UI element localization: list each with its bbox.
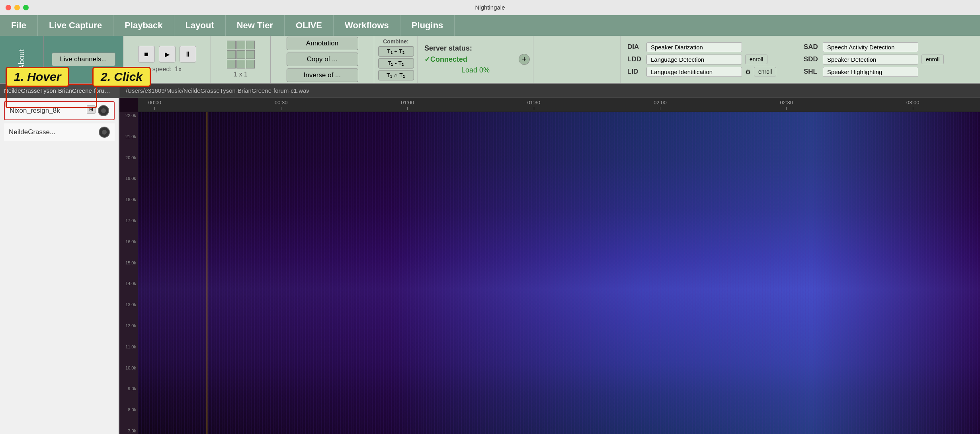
plugin-shl-row: SHL Speaker Highlighting — [804, 67, 974, 77]
ruler-tick-1m30s: 01:30 — [534, 107, 534, 110]
click-instruction: 2. Click — [92, 67, 151, 87]
play-button[interactable]: ▶ — [159, 46, 176, 63]
left-sidebar: Nixon_resign_8k ⊞ NeildeGrasse... — [0, 98, 119, 434]
ldd-abbr: LDD — [627, 55, 643, 63]
playback-controls: ■ ▶ ⏸ — [138, 46, 196, 63]
lid-abbr: LID — [627, 68, 643, 76]
t1-intersect-t2-button[interactable]: T₁ ∩ T₂ — [378, 70, 414, 80]
menu-workflows[interactable]: Workflows — [334, 15, 400, 36]
menu-file[interactable]: File — [0, 15, 38, 36]
neildc-track-item[interactable]: NeildeGrasse... — [4, 123, 115, 141]
nixon-record-button[interactable] — [98, 105, 109, 116]
speed-control: speed: 1x — [152, 66, 182, 73]
shl-abbr: SHL — [804, 68, 820, 76]
copy-of-button[interactable]: Copy of ... — [287, 53, 358, 66]
lid-button[interactable]: Language Identification — [646, 67, 742, 77]
nixon-track-icons: ⊞ — [87, 105, 109, 116]
menubar: File Live Capture Playback Layout New Ti… — [0, 15, 980, 36]
y-label-20k: 20.0k — [119, 155, 138, 160]
y-label-12k: 12.0k — [119, 323, 138, 328]
y-label-7k: 7.0k — [119, 428, 138, 433]
y-label-21k: 21.0k — [119, 134, 138, 139]
toolbar-newtier-section: Annotation Copy of ... Inverse of ... — [271, 36, 374, 83]
y-label-9k: 9.0k — [119, 386, 138, 391]
olive-add-button[interactable]: + — [519, 54, 530, 65]
maximize-button[interactable] — [23, 5, 29, 10]
waveform-visual — [138, 112, 980, 434]
y-label-14k: 14.0k — [119, 281, 138, 286]
y-label-22k: 22.0k — [119, 113, 138, 118]
pause-button[interactable]: ⏸ — [180, 46, 196, 63]
toolbar-layout-section: 1 x 1 — [211, 36, 271, 83]
y-label-17k: 17.0k — [119, 218, 138, 223]
sad-button[interactable]: Speech Activity Detection — [823, 42, 918, 52]
toolbar-workflows-section — [533, 36, 621, 83]
ldd-enroll-button[interactable]: enroll — [745, 55, 767, 64]
track-filename: NeildeGrasseTyson-BrianGreene-forum-c1 — [4, 87, 115, 94]
toolbar-plugins-section: DIA Speaker Diarization LDD Language Det… — [621, 36, 980, 83]
menu-playback[interactable]: Playback — [113, 15, 174, 36]
main-content: Nixon_resign_8k ⊞ NeildeGrasse... — [0, 98, 980, 434]
connection-status: ✓Connected — [424, 55, 527, 64]
dia-button[interactable]: Speaker Diarization — [646, 42, 742, 52]
y-label-16k: 16.0k — [119, 239, 138, 244]
ruler-tick-1m: 01:00 — [407, 107, 408, 110]
y-label-19k: 19.0k — [119, 176, 138, 181]
plugins-right-column: SAD Speech Activity Detection SDD Speake… — [804, 42, 974, 77]
titlebar: Nightingale — [0, 0, 980, 15]
shl-button[interactable]: Speaker Highlighting — [823, 67, 918, 77]
y-label-13k: 13.0k — [119, 302, 138, 307]
record-dot-icon — [101, 108, 106, 113]
ruler-tick-3m: 03:00 — [913, 107, 913, 110]
y-label-18k: 18.0k — [119, 197, 138, 202]
inverse-of-button[interactable]: Inverse of ... — [287, 68, 358, 82]
combine-label: Combine: — [383, 38, 409, 45]
ruler-tick-2m30s: 02:30 — [786, 107, 787, 110]
ruler-tick-2m: 02:00 — [660, 107, 660, 110]
lid-enroll-button[interactable]: enroll — [754, 67, 776, 76]
nixon-grid-icon[interactable]: ⊞ — [87, 105, 96, 114]
t1-minus-t2-button[interactable]: T₁ - T₂ — [378, 58, 414, 68]
minimize-button[interactable] — [14, 5, 20, 10]
plugin-sdd-row: SDD Speaker Detection enroll — [804, 55, 974, 65]
annotation-button[interactable]: Annotation — [287, 37, 358, 50]
neildc-track-icons — [99, 127, 110, 138]
sdd-button[interactable]: Speaker Detection — [823, 55, 918, 65]
menu-layout[interactable]: Layout — [174, 15, 226, 36]
waveform-container[interactable]: 00:00 00:30 01:00 01:30 02:00 02:30 — [119, 98, 980, 434]
sdd-enroll-button[interactable]: enroll — [921, 55, 944, 64]
y-label-8k: 8.0k — [119, 407, 138, 412]
track-filepath: /Users/e31609/Music/NeildeGrasseTyson-Br… — [119, 87, 309, 94]
nixon-track-label: Nixon_resign_8k — [10, 107, 60, 115]
t1-plus-t2-button[interactable]: T₁ + T₂ — [378, 46, 414, 57]
plugin-dia-row: DIA Speaker Diarization — [627, 42, 797, 52]
sdd-abbr: SDD — [804, 55, 820, 63]
plugin-lid-row: LID Language Identification ⚙ enroll — [627, 67, 797, 77]
neildc-track-label: NeildeGrasse... — [9, 128, 55, 136]
menu-plugins[interactable]: Plugins — [400, 15, 455, 36]
menu-olive[interactable]: OLIVE — [285, 15, 334, 36]
layout-grid[interactable] — [227, 41, 255, 68]
ldd-button[interactable]: Language Detection — [646, 55, 742, 65]
playhead — [207, 112, 207, 434]
close-button[interactable] — [6, 5, 11, 10]
y-axis: 22.0k 21.0k 20.0k 19.0k 18.0k 17.0k 16.0… — [119, 112, 138, 434]
neildc-record-dot-icon — [102, 130, 107, 135]
window-controls — [6, 5, 29, 10]
toolbar-olive-section: Server status: + ✓Connected Load 0% — [418, 36, 533, 83]
stop-button[interactable]: ■ — [138, 46, 155, 63]
waveform-ruler: 00:00 00:30 01:00 01:30 02:00 02:30 — [138, 98, 980, 112]
neildc-record-button[interactable] — [99, 127, 110, 138]
ruler-tick-30s: 00:30 — [281, 107, 281, 110]
dia-abbr: DIA — [627, 43, 643, 51]
menu-newtier[interactable]: New Tier — [226, 15, 285, 36]
y-label-15k: 15.0k — [119, 260, 138, 265]
toolbar-combine-section: Combine: T₁ + T₂ T₁ - T₂ T₁ ∩ T₂ — [374, 36, 418, 83]
hover-instruction: 1. Hover — [6, 67, 69, 87]
plugin-sad-row: SAD Speech Activity Detection — [804, 42, 974, 52]
lid-gear-icon[interactable]: ⚙ — [745, 68, 751, 76]
nixon-track-item[interactable]: Nixon_resign_8k ⊞ — [4, 101, 115, 120]
menu-livecapture[interactable]: Live Capture — [38, 15, 113, 36]
live-channels-button[interactable]: Live channels... — [52, 53, 115, 66]
layout-size-label: 1 x 1 — [234, 71, 248, 78]
